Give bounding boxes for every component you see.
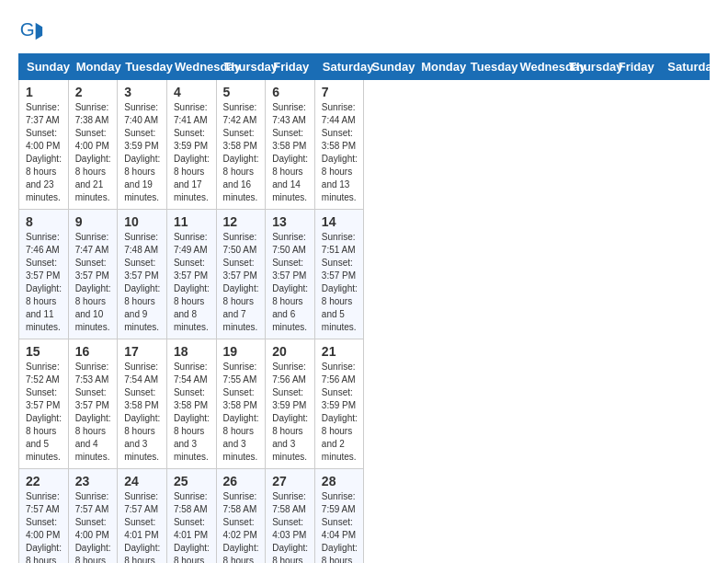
calendar-header-row: SundayMondayTuesdayWednesdayThursdayFrid… — [19, 54, 710, 80]
logo-icon: G — [18, 18, 44, 44]
calendar-cell: 15Sunrise: 7:52 AMSunset: 3:57 PMDayligh… — [19, 339, 69, 469]
svg-text:G: G — [20, 18, 35, 40]
cell-sun-info: Sunrise: 7:50 AMSunset: 3:57 PMDaylight:… — [223, 231, 259, 334]
day-header-saturday: Saturday — [660, 54, 710, 80]
calendar-cell: 17Sunrise: 7:54 AMSunset: 3:58 PMDayligh… — [118, 339, 167, 469]
day-number: 22 — [26, 474, 62, 488]
calendar-cell: 11Sunrise: 7:49 AMSunset: 3:57 PMDayligh… — [166, 210, 216, 339]
cell-sun-info: Sunrise: 7:50 AMSunset: 3:57 PMDaylight:… — [272, 231, 308, 334]
calendar-cell: 16Sunrise: 7:53 AMSunset: 3:57 PMDayligh… — [68, 339, 118, 469]
logo: G — [18, 18, 48, 44]
cell-sun-info: Sunrise: 7:57 AMSunset: 4:00 PMDaylight:… — [26, 490, 62, 563]
day-header-friday: Friday — [610, 54, 660, 80]
day-number: 26 — [223, 474, 259, 488]
day-number: 18 — [174, 344, 210, 359]
calendar-cell: 19Sunrise: 7:55 AMSunset: 3:58 PMDayligh… — [216, 339, 266, 469]
day-header-saturday: Saturday — [314, 54, 364, 80]
cell-sun-info: Sunrise: 7:47 AMSunset: 3:57 PMDaylight:… — [75, 231, 111, 334]
day-number: 5 — [223, 85, 259, 99]
cell-sun-info: Sunrise: 7:58 AMSunset: 4:02 PMDaylight:… — [223, 490, 259, 563]
day-number: 1 — [26, 85, 62, 99]
calendar-week-row: 8Sunrise: 7:46 AMSunset: 3:57 PMDaylight… — [19, 210, 710, 339]
page-header: G — [18, 18, 710, 44]
calendar-cell: 22Sunrise: 7:57 AMSunset: 4:00 PMDayligh… — [19, 469, 69, 564]
day-number: 23 — [75, 474, 111, 488]
calendar-cell: 26Sunrise: 7:58 AMSunset: 4:02 PMDayligh… — [216, 469, 266, 564]
calendar-cell: 24Sunrise: 7:57 AMSunset: 4:01 PMDayligh… — [118, 469, 167, 564]
calendar-cell: 20Sunrise: 7:56 AMSunset: 3:59 PMDayligh… — [266, 339, 315, 469]
day-number: 17 — [124, 344, 160, 359]
day-number: 20 — [272, 344, 308, 359]
calendar-cell: 28Sunrise: 7:59 AMSunset: 4:04 PMDayligh… — [314, 469, 364, 564]
day-number: 25 — [174, 474, 210, 488]
calendar-cell: 6Sunrise: 7:43 AMSunset: 3:58 PMDaylight… — [266, 80, 315, 210]
cell-sun-info: Sunrise: 7:51 AMSunset: 3:57 PMDaylight:… — [322, 231, 358, 334]
day-header-monday: Monday — [414, 54, 463, 80]
cell-sun-info: Sunrise: 7:57 AMSunset: 4:00 PMDaylight:… — [75, 490, 111, 563]
calendar-cell: 27Sunrise: 7:58 AMSunset: 4:03 PMDayligh… — [266, 469, 315, 564]
cell-sun-info: Sunrise: 7:56 AMSunset: 3:59 PMDaylight:… — [272, 361, 308, 464]
day-number: 28 — [322, 474, 358, 488]
day-number: 2 — [75, 85, 111, 99]
day-number: 12 — [223, 214, 259, 229]
cell-sun-info: Sunrise: 7:58 AMSunset: 4:01 PMDaylight:… — [174, 490, 210, 563]
day-number: 11 — [174, 214, 210, 229]
calendar-cell: 3Sunrise: 7:40 AMSunset: 3:59 PMDaylight… — [118, 80, 167, 210]
day-number: 14 — [322, 214, 358, 229]
day-header-thursday: Thursday — [216, 54, 266, 80]
cell-sun-info: Sunrise: 7:40 AMSunset: 3:59 PMDaylight:… — [124, 101, 160, 204]
day-header-sunday: Sunday — [19, 54, 69, 80]
calendar-cell: 5Sunrise: 7:42 AMSunset: 3:58 PMDaylight… — [216, 80, 266, 210]
cell-sun-info: Sunrise: 7:54 AMSunset: 3:58 PMDaylight:… — [174, 361, 210, 464]
calendar-cell: 14Sunrise: 7:51 AMSunset: 3:57 PMDayligh… — [314, 210, 364, 339]
calendar-cell: 13Sunrise: 7:50 AMSunset: 3:57 PMDayligh… — [266, 210, 315, 339]
day-number: 7 — [322, 85, 358, 99]
day-header-tuesday: Tuesday — [462, 54, 512, 80]
day-number: 24 — [124, 474, 160, 488]
calendar-table: SundayMondayTuesdayWednesdayThursdayFrid… — [18, 53, 710, 563]
cell-sun-info: Sunrise: 7:56 AMSunset: 3:59 PMDaylight:… — [322, 361, 358, 464]
calendar-week-row: 22Sunrise: 7:57 AMSunset: 4:00 PMDayligh… — [19, 469, 710, 564]
day-header-wednesday: Wednesday — [166, 54, 216, 80]
cell-sun-info: Sunrise: 7:57 AMSunset: 4:01 PMDaylight:… — [124, 490, 160, 563]
day-number: 6 — [272, 85, 308, 99]
cell-sun-info: Sunrise: 7:49 AMSunset: 3:57 PMDaylight:… — [174, 231, 210, 334]
day-header-thursday: Thursday — [562, 54, 611, 80]
calendar-cell: 12Sunrise: 7:50 AMSunset: 3:57 PMDayligh… — [216, 210, 266, 339]
day-header-sunday: Sunday — [364, 54, 414, 80]
cell-sun-info: Sunrise: 7:58 AMSunset: 4:03 PMDaylight:… — [272, 490, 308, 563]
cell-sun-info: Sunrise: 7:42 AMSunset: 3:58 PMDaylight:… — [223, 101, 259, 204]
cell-sun-info: Sunrise: 7:41 AMSunset: 3:59 PMDaylight:… — [174, 101, 210, 204]
day-number: 9 — [75, 214, 111, 229]
calendar-cell: 21Sunrise: 7:56 AMSunset: 3:59 PMDayligh… — [314, 339, 364, 469]
cell-sun-info: Sunrise: 7:54 AMSunset: 3:58 PMDaylight:… — [124, 361, 160, 464]
day-number: 10 — [124, 214, 160, 229]
calendar-week-row: 15Sunrise: 7:52 AMSunset: 3:57 PMDayligh… — [19, 339, 710, 469]
cell-sun-info: Sunrise: 7:44 AMSunset: 3:58 PMDaylight:… — [322, 101, 358, 204]
calendar-cell: 25Sunrise: 7:58 AMSunset: 4:01 PMDayligh… — [166, 469, 216, 564]
day-header-wednesday: Wednesday — [512, 54, 562, 80]
cell-sun-info: Sunrise: 7:43 AMSunset: 3:58 PMDaylight:… — [272, 101, 308, 204]
day-header-friday: Friday — [266, 54, 315, 80]
calendar-cell: 18Sunrise: 7:54 AMSunset: 3:58 PMDayligh… — [166, 339, 216, 469]
cell-sun-info: Sunrise: 7:37 AMSunset: 4:00 PMDaylight:… — [26, 101, 62, 204]
cell-sun-info: Sunrise: 7:53 AMSunset: 3:57 PMDaylight:… — [75, 361, 111, 464]
svg-marker-1 — [36, 23, 42, 40]
day-number: 27 — [272, 474, 308, 488]
cell-sun-info: Sunrise: 7:52 AMSunset: 3:57 PMDaylight:… — [26, 361, 62, 464]
calendar-cell: 8Sunrise: 7:46 AMSunset: 3:57 PMDaylight… — [19, 210, 69, 339]
calendar-cell: 23Sunrise: 7:57 AMSunset: 4:00 PMDayligh… — [68, 469, 118, 564]
calendar-week-row: 1Sunrise: 7:37 AMSunset: 4:00 PMDaylight… — [19, 80, 710, 210]
cell-sun-info: Sunrise: 7:38 AMSunset: 4:00 PMDaylight:… — [75, 101, 111, 204]
calendar-cell: 7Sunrise: 7:44 AMSunset: 3:58 PMDaylight… — [314, 80, 364, 210]
calendar-cell: 10Sunrise: 7:48 AMSunset: 3:57 PMDayligh… — [118, 210, 167, 339]
day-header-tuesday: Tuesday — [118, 54, 167, 80]
day-number: 15 — [26, 344, 62, 359]
cell-sun-info: Sunrise: 7:48 AMSunset: 3:57 PMDaylight:… — [124, 231, 160, 334]
day-number: 19 — [223, 344, 259, 359]
day-number: 3 — [124, 85, 160, 99]
calendar-cell: 1Sunrise: 7:37 AMSunset: 4:00 PMDaylight… — [19, 80, 69, 210]
cell-sun-info: Sunrise: 7:55 AMSunset: 3:58 PMDaylight:… — [223, 361, 259, 464]
day-number: 8 — [26, 214, 62, 229]
calendar-cell: 2Sunrise: 7:38 AMSunset: 4:00 PMDaylight… — [68, 80, 118, 210]
